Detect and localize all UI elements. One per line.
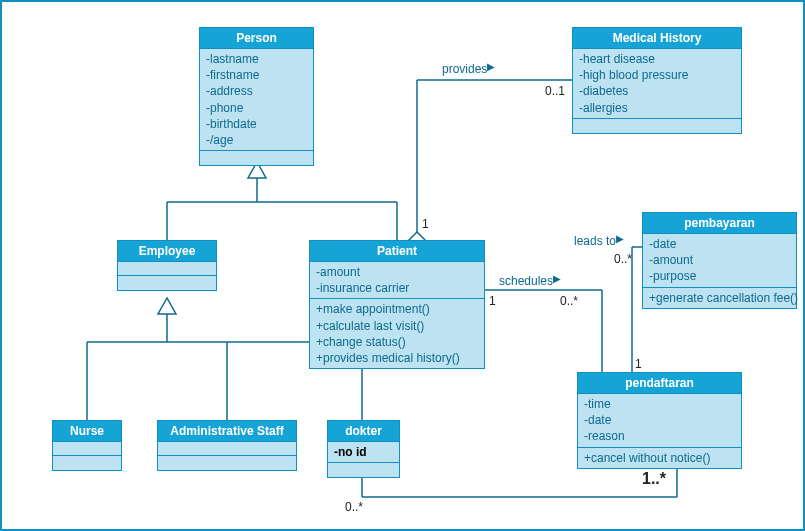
arrow-icon: ▶ (487, 62, 495, 72)
label-text: leads to (574, 234, 616, 248)
attr: -heart disease (579, 51, 735, 67)
class-patient-title: Patient (310, 241, 484, 262)
class-employee-ops (118, 276, 216, 290)
mult-provides-start: 1 (422, 217, 429, 231)
class-medical-history: Medical History -heart disease -high blo… (572, 27, 742, 134)
mult-schedules-end: 0..* (560, 294, 578, 308)
uml-canvas: Person -lastname -firstname -address -ph… (0, 0, 805, 531)
class-medical-history-ops (573, 119, 741, 133)
label-provides: provides ▶ (442, 62, 487, 76)
op: +calculate last visit() (316, 318, 478, 334)
arrow-icon: ▶ (553, 274, 561, 284)
class-pendaftaran: pendaftaran -time -date -reason +cancel … (577, 372, 742, 469)
class-pembayaran: pembayaran -date -amount -purpose +gener… (642, 212, 797, 309)
attr: -lastname (206, 51, 307, 67)
attr: -time (584, 396, 735, 412)
label-text: schedules (499, 274, 553, 288)
class-patient-attrs: -amount -insurance carrier (310, 262, 484, 299)
attr: -birthdate (206, 116, 307, 132)
attr: -amount (316, 264, 478, 280)
class-nurse-ops (53, 456, 121, 470)
class-pembayaran-attrs: -date -amount -purpose (643, 234, 796, 288)
class-dokter-attrs: -no id (328, 442, 399, 463)
class-dokter: dokter -no id (327, 420, 400, 478)
class-person-attrs: -lastname -firstname -address -phone -bi… (200, 49, 313, 151)
attr: -allergies (579, 100, 735, 116)
class-admin-staff-ops (158, 456, 296, 470)
attr: -/age (206, 132, 307, 148)
attr: -purpose (649, 268, 790, 284)
op: +generate cancellation fee() (649, 290, 790, 306)
class-employee: Employee (117, 240, 217, 291)
arrow-icon: ▶ (616, 234, 624, 244)
mult-leadsto-end: 0..* (614, 252, 632, 266)
attr: -phone (206, 100, 307, 116)
op: +provides medical history() (316, 350, 478, 366)
attr: -insurance carrier (316, 280, 478, 296)
class-patient-ops: +make appointment() +calculate last visi… (310, 299, 484, 368)
mult-leadsto-start: 1 (635, 357, 642, 371)
class-employee-attrs (118, 262, 216, 276)
class-nurse-attrs (53, 442, 121, 456)
attr: -date (584, 412, 735, 428)
label-text: provides (442, 62, 487, 76)
class-patient: Patient -amount -insurance carrier +make… (309, 240, 485, 369)
op: +cancel without notice() (584, 450, 735, 466)
attr: -firstname (206, 67, 307, 83)
attr: -diabetes (579, 83, 735, 99)
class-dokter-title: dokter (328, 421, 399, 442)
attr: -no id (334, 444, 393, 460)
attr: -amount (649, 252, 790, 268)
class-admin-staff-attrs (158, 442, 296, 456)
class-nurse: Nurse (52, 420, 122, 471)
class-pendaftaran-title: pendaftaran (578, 373, 741, 394)
op: +make appointment() (316, 301, 478, 317)
class-nurse-title: Nurse (53, 421, 121, 442)
attr: -reason (584, 428, 735, 444)
mult-pendaftaran-end: 1..* (642, 470, 666, 488)
mult-provides-end: 0..1 (545, 84, 565, 98)
op: +change status() (316, 334, 478, 350)
class-employee-title: Employee (118, 241, 216, 262)
class-person: Person -lastname -firstname -address -ph… (199, 27, 314, 166)
class-admin-staff: Administrative Staff (157, 420, 297, 471)
attr: -high blood pressure (579, 67, 735, 83)
class-pendaftaran-ops: +cancel without notice() (578, 448, 741, 468)
svg-marker-5 (158, 298, 176, 314)
mult-dokter-start: 0..* (345, 500, 363, 514)
class-pendaftaran-attrs: -time -date -reason (578, 394, 741, 448)
class-person-title: Person (200, 28, 313, 49)
class-person-ops (200, 151, 313, 165)
class-medical-history-attrs: -heart disease -high blood pressure -dia… (573, 49, 741, 119)
class-admin-staff-title: Administrative Staff (158, 421, 296, 442)
label-leads-to: leads to ▶ (574, 234, 616, 248)
attr: -address (206, 83, 307, 99)
class-pembayaran-ops: +generate cancellation fee() (643, 288, 796, 308)
label-schedules: schedules ▶ (499, 274, 553, 288)
class-pembayaran-title: pembayaran (643, 213, 796, 234)
attr: -date (649, 236, 790, 252)
class-dokter-ops (328, 463, 399, 477)
mult-schedules-start: 1 (489, 294, 496, 308)
class-medical-history-title: Medical History (573, 28, 741, 49)
